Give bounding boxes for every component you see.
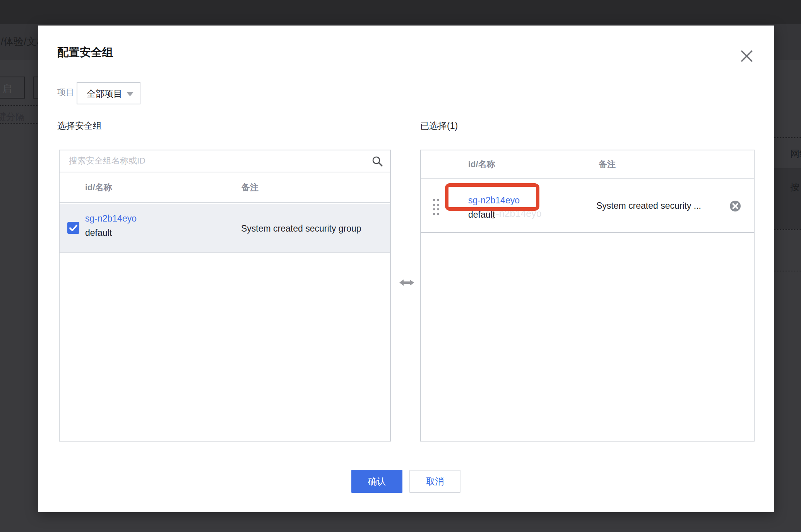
background-hint-text: 键分隔 [0,111,25,123]
search-input[interactable] [60,150,361,171]
background-dotted-divider [774,137,801,138]
source-panel: id/名称 备注 sg-n2b14eyo default System crea… [59,150,391,442]
security-group-remark: System created security group [241,223,361,234]
confirm-button[interactable]: 确认 [351,470,402,493]
security-group-name: default [85,228,112,238]
background-topbar [0,0,801,24]
column-header-id-name: id/名称 [468,159,495,170]
background-dotted-divider [774,229,801,230]
source-panel-heading: 选择安全组 [57,120,102,132]
background-dotted-divider [0,105,38,106]
configure-security-group-modal: 配置安全组 项目 全部项目 选择安全组 已选择(1) id/名 [38,26,774,512]
table-row[interactable]: sg-n2b14eyo sg-n2b14eyo default System c… [421,179,754,233]
background-right-text: 按 [790,181,799,193]
column-header-remark: 备注 [599,159,616,170]
modal-title: 配置安全组 [57,45,113,60]
security-group-name: default [468,210,495,220]
table-row[interactable]: sg-n2b14eyo default System created secur… [60,204,390,253]
column-header-remark: 备注 [241,182,258,193]
background-dotted-divider [0,123,38,124]
drag-dots-icon [433,199,440,215]
drag-handle[interactable] [433,199,440,215]
security-group-id-link[interactable]: sg-n2b14eyo [468,195,520,206]
security-group-remark: System created security ... [596,201,701,211]
table-header: id/名称 备注 [60,172,390,203]
background-dotted-divider [774,271,801,271]
column-header-id-name: id/名称 [85,182,112,193]
background-right-text-network: 网络 [790,148,801,160]
security-group-id-link[interactable]: sg-n2b14eyo [85,213,137,224]
check-icon [67,222,79,234]
close-x-glyph [738,47,756,65]
selected-panel: id/名称 备注 sg-n2b14eyo sg-n2b14eyo [420,150,755,442]
project-select[interactable]: 全部项目 [77,82,140,104]
cancel-button[interactable]: 取消 [409,470,460,493]
table-header: id/名称 备注 [421,150,754,179]
project-select-value: 全部项目 [87,88,122,100]
search-bar [60,150,390,172]
background-button-label: 启 [2,82,12,95]
close-icon[interactable] [738,47,756,65]
search-icon[interactable] [371,155,383,167]
row-checkbox-checked[interactable] [67,222,79,234]
remove-icon[interactable] [729,200,741,212]
background-right-panel [774,168,801,229]
screen: /体验/文档 启 键分隔 网络 按 配置安全组 项目 全部项目 选择安全组 已选… [0,0,801,532]
chevron-down-icon [127,92,134,96]
transfer-arrow-icon [399,278,414,288]
project-label: 项目 [57,87,74,98]
background-button: 启 [0,77,25,99]
selected-panel-heading: 已选择(1) [420,120,458,132]
